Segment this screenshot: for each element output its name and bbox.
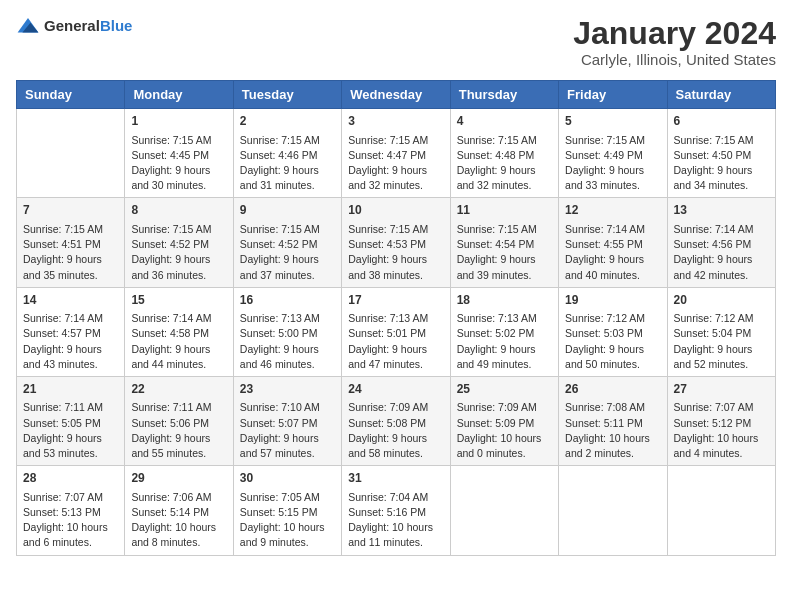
logo-icon — [16, 16, 40, 36]
day-number: 10 — [348, 202, 443, 219]
day-number: 28 — [23, 470, 118, 487]
day-number: 18 — [457, 292, 552, 309]
day-info: Sunrise: 7:12 AM Sunset: 5:03 PM Dayligh… — [565, 311, 660, 372]
location-title: Carlyle, Illinois, United States — [573, 51, 776, 68]
calendar-cell: 17Sunrise: 7:13 AM Sunset: 5:01 PM Dayli… — [342, 287, 450, 376]
day-info: Sunrise: 7:11 AM Sunset: 5:05 PM Dayligh… — [23, 400, 118, 461]
day-info: Sunrise: 7:13 AM Sunset: 5:01 PM Dayligh… — [348, 311, 443, 372]
day-info: Sunrise: 7:08 AM Sunset: 5:11 PM Dayligh… — [565, 400, 660, 461]
calendar-week-2: 7Sunrise: 7:15 AM Sunset: 4:51 PM Daylig… — [17, 198, 776, 287]
day-number: 22 — [131, 381, 226, 398]
day-info: Sunrise: 7:07 AM Sunset: 5:13 PM Dayligh… — [23, 490, 118, 551]
calendar-cell: 14Sunrise: 7:14 AM Sunset: 4:57 PM Dayli… — [17, 287, 125, 376]
calendar-cell: 9Sunrise: 7:15 AM Sunset: 4:52 PM Daylig… — [233, 198, 341, 287]
day-number: 8 — [131, 202, 226, 219]
day-number: 11 — [457, 202, 552, 219]
logo-text-general: General — [44, 17, 100, 34]
day-info: Sunrise: 7:15 AM Sunset: 4:46 PM Dayligh… — [240, 133, 335, 194]
day-info: Sunrise: 7:09 AM Sunset: 5:09 PM Dayligh… — [457, 400, 552, 461]
day-info: Sunrise: 7:15 AM Sunset: 4:50 PM Dayligh… — [674, 133, 769, 194]
calendar-cell: 12Sunrise: 7:14 AM Sunset: 4:55 PM Dayli… — [559, 198, 667, 287]
calendar-cell: 30Sunrise: 7:05 AM Sunset: 5:15 PM Dayli… — [233, 466, 341, 555]
day-info: Sunrise: 7:15 AM Sunset: 4:52 PM Dayligh… — [131, 222, 226, 283]
day-number: 5 — [565, 113, 660, 130]
day-info: Sunrise: 7:14 AM Sunset: 4:58 PM Dayligh… — [131, 311, 226, 372]
calendar-cell: 27Sunrise: 7:07 AM Sunset: 5:12 PM Dayli… — [667, 376, 775, 465]
day-info: Sunrise: 7:07 AM Sunset: 5:12 PM Dayligh… — [674, 400, 769, 461]
day-info: Sunrise: 7:06 AM Sunset: 5:14 PM Dayligh… — [131, 490, 226, 551]
calendar-cell: 4Sunrise: 7:15 AM Sunset: 4:48 PM Daylig… — [450, 109, 558, 198]
day-number: 3 — [348, 113, 443, 130]
calendar-cell: 29Sunrise: 7:06 AM Sunset: 5:14 PM Dayli… — [125, 466, 233, 555]
calendar-cell — [559, 466, 667, 555]
calendar-cell — [450, 466, 558, 555]
day-info: Sunrise: 7:10 AM Sunset: 5:07 PM Dayligh… — [240, 400, 335, 461]
day-info: Sunrise: 7:11 AM Sunset: 5:06 PM Dayligh… — [131, 400, 226, 461]
page-header: GeneralBlue January 2024 Carlyle, Illino… — [16, 16, 776, 68]
calendar-cell: 26Sunrise: 7:08 AM Sunset: 5:11 PM Dayli… — [559, 376, 667, 465]
calendar-cell: 8Sunrise: 7:15 AM Sunset: 4:52 PM Daylig… — [125, 198, 233, 287]
weekday-header-tuesday: Tuesday — [233, 81, 341, 109]
calendar-week-4: 21Sunrise: 7:11 AM Sunset: 5:05 PM Dayli… — [17, 376, 776, 465]
day-info: Sunrise: 7:15 AM Sunset: 4:51 PM Dayligh… — [23, 222, 118, 283]
calendar-week-5: 28Sunrise: 7:07 AM Sunset: 5:13 PM Dayli… — [17, 466, 776, 555]
calendar-cell: 2Sunrise: 7:15 AM Sunset: 4:46 PM Daylig… — [233, 109, 341, 198]
calendar-cell: 7Sunrise: 7:15 AM Sunset: 4:51 PM Daylig… — [17, 198, 125, 287]
day-info: Sunrise: 7:15 AM Sunset: 4:53 PM Dayligh… — [348, 222, 443, 283]
calendar-cell: 15Sunrise: 7:14 AM Sunset: 4:58 PM Dayli… — [125, 287, 233, 376]
calendar-week-1: 1Sunrise: 7:15 AM Sunset: 4:45 PM Daylig… — [17, 109, 776, 198]
calendar-cell: 19Sunrise: 7:12 AM Sunset: 5:03 PM Dayli… — [559, 287, 667, 376]
day-number: 14 — [23, 292, 118, 309]
weekday-header-monday: Monday — [125, 81, 233, 109]
weekday-header-thursday: Thursday — [450, 81, 558, 109]
calendar-cell: 6Sunrise: 7:15 AM Sunset: 4:50 PM Daylig… — [667, 109, 775, 198]
calendar-cell: 11Sunrise: 7:15 AM Sunset: 4:54 PM Dayli… — [450, 198, 558, 287]
calendar-week-3: 14Sunrise: 7:14 AM Sunset: 4:57 PM Dayli… — [17, 287, 776, 376]
calendar-cell: 13Sunrise: 7:14 AM Sunset: 4:56 PM Dayli… — [667, 198, 775, 287]
calendar-body: 1Sunrise: 7:15 AM Sunset: 4:45 PM Daylig… — [17, 109, 776, 555]
day-info: Sunrise: 7:13 AM Sunset: 5:02 PM Dayligh… — [457, 311, 552, 372]
calendar-cell: 18Sunrise: 7:13 AM Sunset: 5:02 PM Dayli… — [450, 287, 558, 376]
day-info: Sunrise: 7:14 AM Sunset: 4:55 PM Dayligh… — [565, 222, 660, 283]
day-info: Sunrise: 7:09 AM Sunset: 5:08 PM Dayligh… — [348, 400, 443, 461]
day-info: Sunrise: 7:04 AM Sunset: 5:16 PM Dayligh… — [348, 490, 443, 551]
day-info: Sunrise: 7:05 AM Sunset: 5:15 PM Dayligh… — [240, 490, 335, 551]
day-number: 23 — [240, 381, 335, 398]
day-info: Sunrise: 7:15 AM Sunset: 4:45 PM Dayligh… — [131, 133, 226, 194]
day-number: 16 — [240, 292, 335, 309]
day-info: Sunrise: 7:15 AM Sunset: 4:47 PM Dayligh… — [348, 133, 443, 194]
weekday-header-sunday: Sunday — [17, 81, 125, 109]
day-number: 2 — [240, 113, 335, 130]
calendar-cell — [17, 109, 125, 198]
calendar-cell: 25Sunrise: 7:09 AM Sunset: 5:09 PM Dayli… — [450, 376, 558, 465]
day-info: Sunrise: 7:14 AM Sunset: 4:56 PM Dayligh… — [674, 222, 769, 283]
day-number: 24 — [348, 381, 443, 398]
day-info: Sunrise: 7:15 AM Sunset: 4:54 PM Dayligh… — [457, 222, 552, 283]
calendar-cell: 21Sunrise: 7:11 AM Sunset: 5:05 PM Dayli… — [17, 376, 125, 465]
day-info: Sunrise: 7:13 AM Sunset: 5:00 PM Dayligh… — [240, 311, 335, 372]
calendar-cell: 22Sunrise: 7:11 AM Sunset: 5:06 PM Dayli… — [125, 376, 233, 465]
day-number: 9 — [240, 202, 335, 219]
day-number: 15 — [131, 292, 226, 309]
day-number: 12 — [565, 202, 660, 219]
day-number: 25 — [457, 381, 552, 398]
day-number: 1 — [131, 113, 226, 130]
weekday-header-saturday: Saturday — [667, 81, 775, 109]
calendar-cell: 23Sunrise: 7:10 AM Sunset: 5:07 PM Dayli… — [233, 376, 341, 465]
day-info: Sunrise: 7:14 AM Sunset: 4:57 PM Dayligh… — [23, 311, 118, 372]
month-title: January 2024 — [573, 16, 776, 51]
day-info: Sunrise: 7:15 AM Sunset: 4:52 PM Dayligh… — [240, 222, 335, 283]
calendar-cell: 10Sunrise: 7:15 AM Sunset: 4:53 PM Dayli… — [342, 198, 450, 287]
day-number: 20 — [674, 292, 769, 309]
calendar-cell: 3Sunrise: 7:15 AM Sunset: 4:47 PM Daylig… — [342, 109, 450, 198]
calendar-cell: 1Sunrise: 7:15 AM Sunset: 4:45 PM Daylig… — [125, 109, 233, 198]
calendar-cell: 5Sunrise: 7:15 AM Sunset: 4:49 PM Daylig… — [559, 109, 667, 198]
weekday-header-wednesday: Wednesday — [342, 81, 450, 109]
logo: GeneralBlue — [16, 16, 132, 36]
calendar-cell: 28Sunrise: 7:07 AM Sunset: 5:13 PM Dayli… — [17, 466, 125, 555]
day-number: 17 — [348, 292, 443, 309]
calendar-table: SundayMondayTuesdayWednesdayThursdayFrid… — [16, 80, 776, 555]
calendar-cell: 24Sunrise: 7:09 AM Sunset: 5:08 PM Dayli… — [342, 376, 450, 465]
day-number: 13 — [674, 202, 769, 219]
weekday-header-row: SundayMondayTuesdayWednesdayThursdayFrid… — [17, 81, 776, 109]
